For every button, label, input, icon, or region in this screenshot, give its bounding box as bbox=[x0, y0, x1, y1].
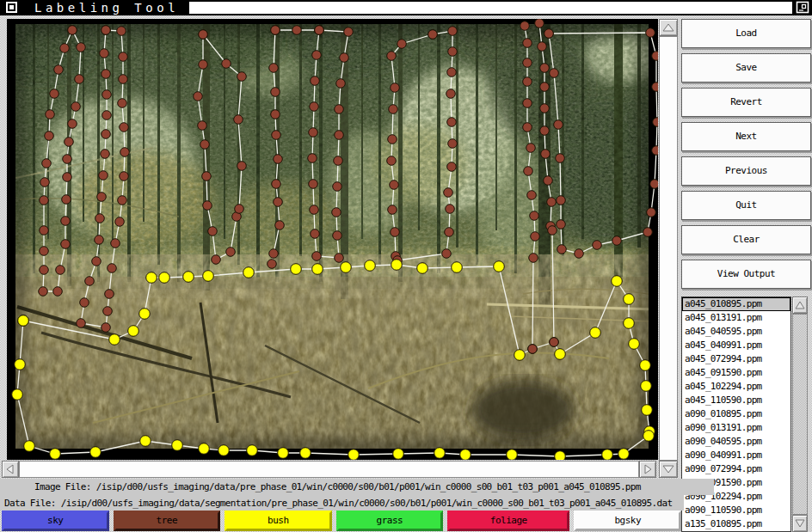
annotation-point-tree[interactable] bbox=[391, 228, 400, 237]
annotation-point-tree[interactable] bbox=[445, 228, 454, 237]
annotation-point-tree[interactable] bbox=[524, 167, 533, 176]
annotation-point-tree[interactable] bbox=[528, 345, 538, 354]
button-load[interactable]: Load bbox=[681, 19, 811, 48]
file-list-item[interactable]: a045_040991.ppm bbox=[682, 339, 790, 352]
annotation-point-tree[interactable] bbox=[222, 59, 231, 69]
annotation-point-tree[interactable] bbox=[388, 135, 397, 144]
annotation-point-tree[interactable] bbox=[540, 126, 550, 136]
annotation-point-bush[interactable] bbox=[514, 350, 526, 361]
annotation-point-tree[interactable] bbox=[612, 236, 622, 246]
annotation-point-tree[interactable] bbox=[309, 180, 318, 189]
annotation-point-tree[interactable] bbox=[652, 146, 658, 156]
file-list-scrollbar[interactable] bbox=[792, 297, 808, 532]
annotation-point-tree[interactable] bbox=[46, 110, 55, 119]
annotation-point-tree[interactable] bbox=[203, 201, 212, 211]
annotation-point-tree[interactable] bbox=[448, 47, 458, 57]
annotation-point-tree[interactable] bbox=[547, 198, 557, 207]
annotation-point-tree[interactable] bbox=[60, 44, 70, 53]
annotation-point-tree[interactable] bbox=[105, 290, 114, 299]
annotation-point-tree[interactable] bbox=[332, 208, 341, 217]
annotation-point-tree[interactable] bbox=[95, 235, 104, 245]
annotation-point-bush[interactable] bbox=[602, 449, 613, 460]
annotation-point-tree[interactable] bbox=[340, 53, 349, 63]
annotation-point-tree[interactable] bbox=[335, 254, 344, 263]
file-list-item[interactable]: a090_110590.ppm bbox=[682, 504, 790, 517]
annotation-point-bush[interactable] bbox=[172, 440, 183, 451]
annotation-point-tree[interactable] bbox=[544, 29, 554, 39]
annotation-point-bush[interactable] bbox=[247, 445, 258, 456]
annotation-point-tree[interactable] bbox=[199, 30, 208, 40]
annotation-point-tree[interactable] bbox=[540, 83, 550, 92]
annotation-point-bush[interactable] bbox=[642, 405, 653, 416]
annotation-point-bush[interactable] bbox=[365, 260, 376, 272]
annotation-point-bush[interactable] bbox=[109, 334, 120, 345]
annotation-point-tree[interactable] bbox=[269, 249, 279, 259]
annotation-point-tree[interactable] bbox=[271, 110, 280, 119]
annotation-point-tree[interactable] bbox=[557, 245, 567, 254]
class-button-sky[interactable]: sky bbox=[2, 511, 109, 531]
annotation-point-tree[interactable] bbox=[120, 148, 130, 157]
annotation-point-bush[interactable] bbox=[300, 448, 311, 459]
annotation-point-tree[interactable] bbox=[310, 102, 319, 112]
annotation-point-bush[interactable] bbox=[218, 445, 230, 456]
annotation-point-tree[interactable] bbox=[68, 26, 77, 35]
annotation-point-tree[interactable] bbox=[311, 229, 320, 239]
annotation-point-tree[interactable] bbox=[50, 89, 59, 99]
annotation-point-tree[interactable] bbox=[274, 198, 283, 207]
button-clear[interactable]: Clear bbox=[681, 225, 811, 254]
annotation-point-tree[interactable] bbox=[335, 131, 344, 140]
annotation-point-bush[interactable] bbox=[348, 449, 360, 460]
annotation-point-tree[interactable] bbox=[63, 173, 72, 182]
annotation-point-tree[interactable] bbox=[646, 28, 655, 38]
annotation-point-tree[interactable] bbox=[446, 205, 455, 214]
annotation-point-tree[interactable] bbox=[95, 214, 105, 223]
annotation-point-tree[interactable] bbox=[447, 68, 457, 77]
annotation-point-tree[interactable] bbox=[102, 111, 112, 120]
annotation-point-tree[interactable] bbox=[200, 140, 210, 150]
annotation-point-tree[interactable] bbox=[311, 76, 320, 86]
annotation-point-tree[interactable] bbox=[77, 319, 86, 328]
horizontal-scrollbar[interactable] bbox=[19, 461, 639, 478]
annotation-point-bush[interactable] bbox=[618, 449, 630, 460]
annotation-point-bush[interactable] bbox=[90, 447, 102, 458]
annotation-point-tree[interactable] bbox=[118, 99, 127, 108]
annotation-point-bush[interactable] bbox=[50, 449, 61, 460]
list-scroll-up-button[interactable] bbox=[792, 297, 808, 314]
annotation-point-tree[interactable] bbox=[446, 89, 456, 99]
annotation-point-bush[interactable] bbox=[278, 448, 289, 459]
file-list-item[interactable]: a090_040595.ppm bbox=[682, 435, 790, 449]
class-button-tree[interactable]: tree bbox=[114, 511, 221, 531]
class-button-bgsky[interactable]: bgsky bbox=[574, 511, 681, 531]
scroll-up-button[interactable] bbox=[659, 19, 678, 36]
annotation-point-tree[interactable] bbox=[42, 159, 52, 168]
annotation-point-tree[interactable] bbox=[388, 205, 397, 215]
class-button-bush[interactable]: bush bbox=[225, 511, 332, 531]
annotation-point-tree[interactable] bbox=[117, 27, 126, 36]
annotation-point-tree[interactable] bbox=[315, 26, 324, 35]
annotation-point-tree[interactable] bbox=[523, 58, 532, 68]
annotation-point-tree[interactable] bbox=[268, 260, 277, 269]
button-next[interactable]: Next bbox=[681, 122, 811, 151]
annotation-point-bush[interactable] bbox=[199, 443, 210, 455]
annotation-point-tree[interactable] bbox=[120, 172, 129, 181]
annotation-point-tree[interactable] bbox=[557, 196, 566, 205]
file-list-item[interactable]: a045_110590.ppm bbox=[682, 394, 790, 407]
annotation-point-tree[interactable] bbox=[643, 228, 653, 237]
annotation-point-tree[interactable] bbox=[575, 249, 584, 259]
annotation-point-bush[interactable] bbox=[460, 449, 471, 460]
annotation-point-bush[interactable] bbox=[494, 261, 505, 272]
annotation-point-bush[interactable] bbox=[312, 264, 323, 275]
annotation-point-tree[interactable] bbox=[102, 70, 111, 79]
annotation-point-bush[interactable] bbox=[139, 309, 151, 320]
annotation-point-tree[interactable] bbox=[309, 128, 318, 138]
annotation-point-tree[interactable] bbox=[447, 162, 457, 172]
annotation-point-tree[interactable] bbox=[101, 150, 110, 159]
list-scroll-down-button[interactable] bbox=[792, 515, 808, 532]
annotation-point-tree[interactable] bbox=[523, 77, 532, 87]
button-quit[interactable]: Quit bbox=[681, 191, 811, 220]
annotation-point-bush[interactable] bbox=[24, 441, 35, 452]
annotation-point-tree[interactable] bbox=[334, 156, 343, 166]
annotation-point-tree[interactable] bbox=[333, 231, 342, 241]
annotation-point-tree[interactable] bbox=[119, 52, 128, 62]
annotation-point-bush[interactable] bbox=[555, 349, 566, 360]
